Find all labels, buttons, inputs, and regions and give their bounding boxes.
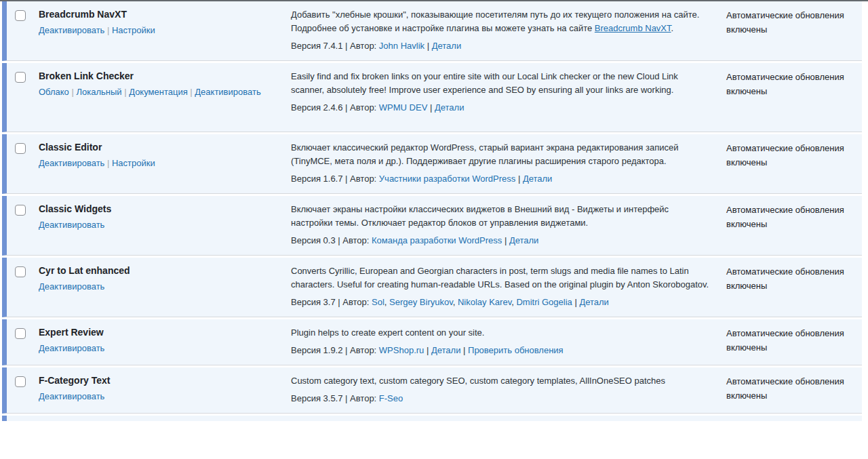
link[interactable]: Sol — [372, 297, 384, 307]
link[interactable]: Nikolay Karev — [458, 297, 511, 307]
link[interactable]: Настройки — [112, 158, 155, 168]
plugin-description: Easily find and fix broken links on your… — [291, 70, 711, 97]
select-plugin-checkbox[interactable] — [15, 376, 26, 387]
link[interactable]: Проверить обновления — [468, 345, 564, 355]
plugin-description: Включает классический редактор WordPress… — [291, 141, 711, 168]
link[interactable]: Sergey Biryukov — [389, 297, 453, 307]
plugin-title: Cyr to Lat enhanced — [39, 264, 264, 277]
plugin-title: Breadcrumb NavXT — [39, 8, 264, 20]
text-segment: , — [384, 297, 389, 307]
plugin-title: Expert Review — [39, 326, 264, 338]
text-segment: Версия 1.6.7 | Автор: — [291, 174, 379, 184]
link[interactable]: Деактивировать — [39, 25, 104, 35]
link[interactable]: Детали — [432, 41, 462, 51]
link[interactable]: Настройки — [112, 25, 155, 35]
plugin-title-cell: Expert Review Деактивировать — [39, 319, 291, 365]
text-segment: Включает экраны настройки классических в… — [291, 204, 669, 228]
link[interactable]: Детали — [509, 235, 539, 245]
text-segment: Easily find and fix broken links on your… — [291, 71, 678, 95]
plugin-version-meta: Версия 1.6.7 | Автор: Участники разработ… — [291, 173, 711, 185]
plugin-description-cell: Добавить "хлебные крошки", показывающие … — [291, 1, 726, 60]
plugin-action-links: Облако | Локальный | Документация | Деак… — [39, 85, 264, 99]
table-row-partial — [2, 416, 862, 421]
plugin-description-cell: Включает классический редактор WordPress… — [291, 134, 726, 193]
plugin-row: Broken Link Checker Облако | Локальный |… — [2, 63, 862, 132]
link[interactable]: Деактивировать — [39, 281, 104, 292]
plugin-title: F-Category Text — [39, 374, 264, 386]
select-plugin-checkbox[interactable] — [15, 143, 26, 154]
link[interactable]: F-Seo — [379, 393, 403, 403]
link[interactable]: Локальный — [76, 87, 121, 97]
plugin-title-cell: Cyr to Lat enhanced Деактивировать — [39, 258, 291, 317]
link[interactable]: Облако — [39, 87, 69, 97]
plugin-title: Classic Editor — [39, 141, 264, 153]
text-segment: | — [460, 345, 468, 355]
plugin-action-links: Деактивировать — [39, 342, 264, 355]
text-segment: | — [188, 87, 195, 97]
plugin-row: Cyr to Lat enhanced Деактивировать Conve… — [2, 258, 862, 317]
plugin-description: Включает экраны настройки классических в… — [291, 203, 711, 230]
plugin-title-cell: Broken Link Checker Облако | Локальный |… — [39, 63, 291, 132]
text-segment: | — [424, 345, 431, 355]
plugin-version-meta: Версия 7.4.1 | Автор: John Havlik | Дета… — [291, 40, 711, 52]
checkbox-cell — [7, 258, 39, 317]
select-plugin-checkbox[interactable] — [15, 328, 26, 339]
text-segment: | — [515, 174, 523, 184]
plugin-title-cell: F-Category Text Деактивировать — [39, 367, 291, 413]
plugin-description: Plugin helps to create expert content on… — [291, 326, 711, 340]
auto-updates-status: Автоматические обновления включены — [726, 1, 862, 60]
plugin-row: Classic Editor Деактивировать | Настройк… — [2, 134, 862, 194]
plugin-description: Добавить "хлебные крошки", показывающие … — [291, 8, 711, 35]
auto-updates-status: Автоматические обновления включены — [726, 367, 862, 413]
link[interactable]: Участники разработки WordPress — [379, 174, 515, 184]
plugin-action-links: Деактивировать | Настройки — [39, 157, 264, 170]
text-segment: Версия 1.9.2 | Автор: — [291, 345, 379, 355]
text-segment: Plugin helps to create expert content on… — [291, 327, 484, 338]
link[interactable]: Детали — [435, 102, 465, 113]
link[interactable]: Dmitri Gogelia — [516, 297, 572, 307]
link[interactable]: Детали — [579, 297, 609, 307]
plugin-description-cell: Plugin helps to create expert content on… — [291, 319, 726, 365]
link[interactable]: Деактивировать — [195, 87, 260, 97]
link[interactable]: Документация — [129, 87, 188, 97]
plugin-version-meta: Версия 2.4.6 | Автор: WPMU DEV | Детали — [291, 102, 711, 114]
link[interactable]: Деактивировать — [39, 343, 104, 353]
link[interactable]: WPMU DEV — [379, 102, 428, 113]
link[interactable]: Команда разработки WordPress — [372, 235, 502, 245]
text-segment: | — [572, 297, 580, 307]
plugin-description-cell: Easily find and fix broken links on your… — [291, 63, 726, 132]
link[interactable]: John Havlik — [379, 41, 425, 51]
text-segment: Custom category text, custom category SE… — [291, 376, 665, 386]
link[interactable]: Деактивировать — [39, 391, 104, 401]
plugin-title: Broken Link Checker — [39, 70, 264, 82]
text-segment: | — [425, 41, 432, 51]
text-segment: | — [104, 158, 112, 168]
link[interactable]: Деактивировать — [39, 158, 104, 168]
link[interactable]: Детали — [523, 174, 553, 184]
text-segment: Версия 3.5.7 | Автор: — [291, 393, 379, 403]
plugin-description-cell: Включает экраны настройки классических в… — [291, 196, 726, 255]
plugin-title-cell: Breadcrumb NavXT Деактивировать | Настро… — [39, 1, 291, 60]
select-plugin-checkbox[interactable] — [15, 266, 26, 277]
link[interactable]: WPShop.ru — [379, 345, 424, 355]
link[interactable]: Деактивировать — [39, 220, 104, 230]
plugin-title-cell: Classic Widgets Деактивировать — [39, 196, 291, 255]
text-segment: , — [453, 297, 458, 307]
checkbox-cell — [7, 134, 39, 193]
text-segment: Converts Cyrillic, European and Georgian… — [291, 266, 709, 290]
link[interactable]: Breadcrumb NavXT — [595, 23, 671, 33]
text-segment: Версия 0.3 | Автор: — [291, 235, 372, 245]
checkbox-cell — [7, 196, 39, 255]
checkbox-cell — [7, 63, 39, 132]
link[interactable]: Детали — [431, 345, 461, 355]
auto-updates-status: Автоматические обновления включены — [726, 319, 862, 365]
select-plugin-checkbox[interactable] — [15, 72, 26, 83]
checkbox-cell — [7, 319, 39, 365]
plugins-table: Breadcrumb NavXT Деактивировать | Настро… — [2, 1, 862, 421]
select-plugin-checkbox[interactable] — [15, 205, 26, 216]
plugin-title: Classic Widgets — [39, 203, 264, 215]
auto-updates-status: Автоматические обновления включены — [726, 63, 862, 132]
select-plugin-checkbox[interactable] — [15, 10, 26, 21]
text-segment: | — [104, 25, 112, 35]
plugin-description: Converts Cyrillic, European and Georgian… — [291, 264, 711, 292]
